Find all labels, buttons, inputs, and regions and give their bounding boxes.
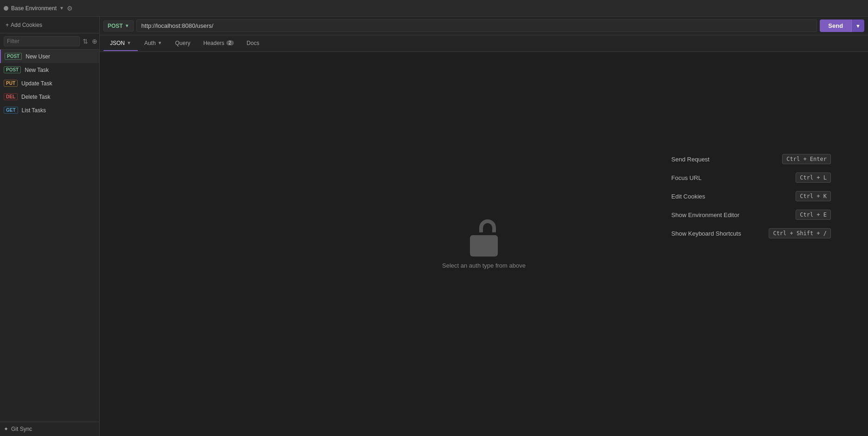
env-selector[interactable]: Base Environment ▼ ⚙ bbox=[4, 5, 73, 12]
shortcut-row-send-request: Send Request Ctrl + Enter bbox=[671, 154, 831, 164]
method-selector[interactable]: POST ▼ bbox=[103, 20, 134, 32]
git-sync-button[interactable]: ✦ Git Sync bbox=[4, 426, 96, 432]
url-input[interactable] bbox=[136, 19, 817, 32]
tab-query[interactable]: Query bbox=[169, 36, 197, 51]
send-arrow-button[interactable]: ▼ bbox=[851, 19, 864, 32]
sidebar-item-new-user[interactable]: POST New User bbox=[0, 50, 99, 63]
main-layout: + Add Cookies ⇅ ⊕ POST New User POST New… bbox=[0, 17, 868, 436]
tab-badge-headers: 2 bbox=[226, 40, 234, 45]
method-badge: GET bbox=[4, 107, 18, 114]
env-label: Base Environment bbox=[11, 5, 57, 12]
tab-label-auth: Auth bbox=[144, 40, 156, 46]
filter-bar: ⇅ ⊕ bbox=[0, 33, 99, 50]
shortcut-key-show-keyboard-shortcuts: Ctrl + Shift + / bbox=[769, 228, 831, 238]
sidebar-item-name: New User bbox=[26, 53, 50, 60]
git-sync-label: Git Sync bbox=[11, 426, 32, 432]
sidebar-item-update-task[interactable]: PUT Update Task bbox=[0, 77, 99, 90]
send-button[interactable]: Send bbox=[820, 19, 851, 32]
top-bar: Base Environment ▼ ⚙ bbox=[0, 0, 868, 17]
sidebar-item-delete-task[interactable]: DEL Delete Task bbox=[0, 90, 99, 103]
tab-docs[interactable]: Docs bbox=[240, 36, 266, 51]
shortcut-label-send-request: Send Request bbox=[671, 156, 709, 163]
tab-label-json: JSON bbox=[110, 40, 125, 46]
unlock-body bbox=[470, 235, 498, 256]
method-badge: POST bbox=[4, 66, 21, 73]
method-badge: DEL bbox=[4, 93, 18, 100]
tab-label-query: Query bbox=[175, 40, 191, 46]
tab-auth[interactable]: Auth▼ bbox=[138, 36, 169, 51]
method-badge: PUT bbox=[4, 80, 18, 87]
auth-hint-text: Select an auth type from above bbox=[442, 262, 526, 269]
env-gear-icon[interactable]: ⚙ bbox=[67, 5, 73, 12]
tab-arrow-auth: ▼ bbox=[158, 40, 162, 45]
shortcut-row-focus-url: Focus URL Ctrl + L bbox=[671, 173, 831, 183]
tab-json[interactable]: JSON▼ bbox=[103, 36, 138, 51]
unlock-shackle bbox=[479, 219, 496, 232]
add-cookies-label: Add Cookies bbox=[11, 22, 42, 28]
content-area: POST ▼ Send ▼ JSON▼Auth▼QueryHeaders2Doc… bbox=[100, 17, 868, 436]
filter-input[interactable] bbox=[4, 36, 80, 46]
main-panel: Select an auth type from above Send Requ… bbox=[100, 52, 868, 436]
plus-icon: + bbox=[6, 22, 9, 28]
sidebar-item-name: List Tasks bbox=[22, 107, 46, 114]
method-label: POST bbox=[108, 23, 123, 29]
shortcut-label-edit-cookies: Edit Cookies bbox=[671, 193, 705, 200]
env-dot-icon bbox=[4, 6, 8, 11]
filter-add-icon[interactable]: ⊕ bbox=[91, 37, 98, 46]
tab-arrow-json: ▼ bbox=[127, 40, 131, 45]
method-chevron-icon: ▼ bbox=[125, 23, 129, 28]
shortcut-key-send-request: Ctrl + Enter bbox=[782, 154, 831, 164]
send-btn-group: Send ▼ bbox=[820, 19, 864, 32]
sidebar-list: POST New User POST New Task PUT Update T… bbox=[0, 50, 99, 422]
sidebar-item-name: Update Task bbox=[21, 80, 52, 87]
shortcut-key-show-env-editor: Ctrl + E bbox=[796, 210, 831, 220]
filter-sort-icon[interactable]: ⇅ bbox=[82, 37, 89, 46]
shortcut-label-show-keyboard-shortcuts: Show Keyboard Shortcuts bbox=[671, 230, 741, 237]
shortcut-label-show-env-editor: Show Environment Editor bbox=[671, 212, 739, 218]
shortcut-row-show-env-editor: Show Environment Editor Ctrl + E bbox=[671, 210, 831, 220]
url-bar: POST ▼ Send ▼ bbox=[100, 17, 868, 35]
shortcut-row-show-keyboard-shortcuts: Show Keyboard Shortcuts Ctrl + Shift + / bbox=[671, 228, 831, 238]
git-icon: ✦ bbox=[4, 426, 8, 432]
shortcut-key-edit-cookies: Ctrl + K bbox=[796, 191, 831, 201]
unlock-icon bbox=[468, 219, 500, 256]
add-cookies-button[interactable]: + Add Cookies bbox=[4, 21, 44, 29]
tabs-bar: JSON▼Auth▼QueryHeaders2Docs bbox=[100, 35, 868, 52]
shortcut-key-focus-url: Ctrl + L bbox=[796, 173, 831, 183]
method-badge: POST bbox=[5, 53, 22, 60]
tab-label-docs: Docs bbox=[247, 40, 259, 46]
sidebar-footer: ✦ Git Sync bbox=[0, 422, 99, 436]
sidebar-top-bar: + Add Cookies bbox=[0, 17, 99, 33]
auth-unlock-panel: Select an auth type from above bbox=[442, 219, 526, 269]
tab-headers[interactable]: Headers2 bbox=[197, 36, 240, 51]
shortcut-label-focus-url: Focus URL bbox=[671, 174, 701, 181]
tab-label-headers: Headers bbox=[203, 40, 224, 46]
sidebar-item-name: Delete Task bbox=[21, 94, 50, 100]
sidebar-item-new-task[interactable]: POST New Task bbox=[0, 63, 99, 77]
sidebar: + Add Cookies ⇅ ⊕ POST New User POST New… bbox=[0, 17, 100, 436]
shortcut-row-edit-cookies: Edit Cookies Ctrl + K bbox=[671, 191, 831, 201]
sidebar-item-name: New Task bbox=[25, 67, 49, 73]
env-chevron-icon: ▼ bbox=[59, 6, 64, 11]
shortcuts-panel: Send Request Ctrl + Enter Focus URL Ctrl… bbox=[671, 154, 831, 247]
sidebar-item-list-tasks[interactable]: GET List Tasks bbox=[0, 103, 99, 117]
